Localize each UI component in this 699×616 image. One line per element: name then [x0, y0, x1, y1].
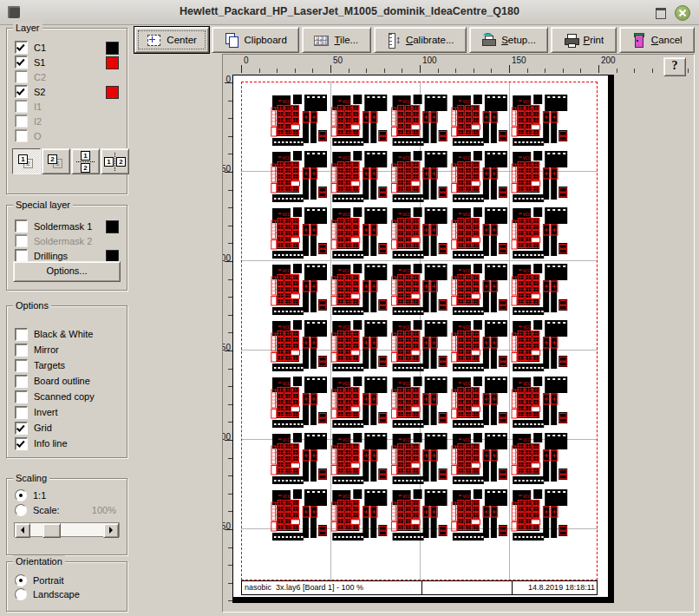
checkbox-drillings[interactable] [15, 249, 28, 262]
checkbox-targets[interactable] [15, 359, 28, 372]
board-tile [512, 207, 567, 259]
scale-slider[interactable] [14, 522, 120, 537]
checkbox-mirror[interactable] [15, 344, 28, 357]
radio-portrait[interactable] [15, 574, 27, 587]
layer-mode-split-horizontal[interactable]: 1 2 [101, 148, 129, 174]
center-button[interactable]: Center [134, 27, 209, 53]
layer-mode-1-over-2[interactable]: 1 2 [12, 148, 41, 174]
checkbox-c2 [15, 70, 28, 83]
tile-button[interactable]: 123456 Tile... [302, 27, 370, 53]
ruler-major-tick [598, 65, 599, 73]
slider-right-arrow[interactable] [103, 523, 119, 538]
board-tile [271, 207, 327, 259]
scale-1to1-option[interactable]: 1:1 [7, 488, 127, 502]
color-swatch-soldermask-1[interactable] [106, 220, 119, 233]
checkbox-row-scanned-copy[interactable]: Scanned copy [7, 389, 127, 404]
radio-landscape[interactable] [15, 588, 27, 600]
board-tile [331, 320, 387, 371]
info-line-spacer [421, 581, 513, 594]
checkbox-board-outline[interactable] [15, 375, 28, 388]
checkbox-row-board-outline[interactable]: Board outline [7, 373, 127, 389]
checkbox-label: S2 [34, 87, 45, 97]
preview-panel: ? 050100150200 050100150200250 [222, 54, 695, 613]
board-tile [331, 377, 387, 428]
checkbox-s1[interactable] [15, 56, 28, 69]
checkbox-invert[interactable] [15, 406, 28, 419]
board-tile [512, 320, 567, 371]
help-button[interactable]: ? [663, 57, 686, 76]
checkbox-soldermask-1[interactable] [15, 220, 28, 233]
board-tile [391, 264, 447, 315]
color-swatch-c1[interactable] [106, 42, 119, 55]
layer-mode-split-vertical[interactable]: 1 2 [71, 148, 100, 174]
checkbox-info-line[interactable] [15, 437, 28, 450]
board-tile [452, 151, 507, 202]
board-tile [512, 377, 567, 428]
checkbox-label: Drillings [34, 251, 68, 261]
checkbox-row-black-white[interactable]: Black & White [7, 326, 127, 342]
board-tile [331, 151, 387, 202]
checkbox-row-soldermask-1[interactable]: Soldermask 1 [7, 219, 127, 233]
checkbox-grid[interactable] [15, 422, 28, 435]
checkbox-row-grid[interactable]: Grid [7, 420, 127, 436]
tile-icon-digit: 6 [323, 41, 328, 45]
board-tile [452, 489, 507, 541]
checkbox-row-info-line[interactable]: Info line [7, 436, 127, 451]
checkbox-row-invert[interactable]: Invert [7, 404, 127, 420]
checkbox-black-white[interactable] [15, 328, 28, 341]
ruler-v-label: 50 [223, 164, 231, 174]
board-tile [391, 95, 447, 146]
options-list: Black & WhiteMirrorTargetsBoard outlineS… [7, 326, 127, 451]
color-swatch-s2[interactable] [106, 86, 119, 99]
board-tile [271, 95, 327, 146]
restore-icon[interactable] [656, 8, 666, 19]
info-line: nasobic 3x.lay6 [Board 1] - 100 % 14.8.2… [241, 580, 598, 595]
center-icon [147, 33, 161, 47]
checkbox-label: Soldermask 1 [34, 221, 92, 232]
board-tile [452, 264, 507, 315]
checkbox-label: Black & White [34, 329, 93, 339]
board-tile [331, 207, 387, 259]
cancel-button[interactable]: Cancel [619, 27, 696, 53]
radio-scale[interactable] [15, 504, 27, 516]
board-tile [512, 489, 567, 541]
checkbox-s2[interactable] [15, 85, 28, 98]
board-tile [512, 264, 567, 315]
print-button[interactable]: Print [551, 27, 616, 53]
checkbox-row-c1[interactable]: C1 [7, 40, 127, 55]
orientation-landscape-option[interactable]: Landscape [7, 587, 127, 600]
radio-1to1[interactable] [15, 489, 27, 501]
checkbox-scanned-copy[interactable] [15, 390, 28, 403]
soldermask-options-button[interactable]: Options... [13, 261, 121, 282]
board-tile [331, 95, 387, 146]
slider-thumb[interactable] [42, 523, 61, 538]
slider-left-arrow[interactable] [15, 523, 30, 538]
checkbox-row-i1: I1 [7, 99, 127, 114]
checkbox-label: O [34, 131, 42, 141]
scale-custom-option[interactable]: Scale: 100% [7, 502, 127, 517]
calibrate-button[interactable]: ↕ Calibrate... [374, 27, 467, 53]
color-swatch-s1[interactable] [106, 56, 119, 69]
checkbox-label: Info line [34, 438, 68, 449]
clipboard-button[interactable]: Clipboard [212, 27, 299, 53]
print-preview-window: Hewlett_Packard_HP_LaserJet_M1005_domini… [0, 0, 699, 616]
orientation-portrait-option[interactable]: Portrait [7, 573, 127, 587]
checkbox-row-mirror[interactable]: Mirror [7, 342, 127, 357]
scale-value: 100% [92, 505, 116, 515]
options-group: Options Black & WhiteMirrorTargetsBoard … [6, 305, 127, 458]
info-line-file: nasobic 3x.lay6 [Board 1] - 100 % [242, 581, 421, 594]
printer-icon [564, 33, 578, 47]
exit-door-icon [631, 33, 646, 47]
checkbox-row-s1[interactable]: S1 [7, 55, 127, 69]
layer-mode-2-over-1[interactable]: 2 1 [42, 148, 70, 174]
layer-list: C1S1C2S2I1I2O [7, 40, 127, 143]
checkbox-row-targets[interactable]: Targets [7, 357, 127, 373]
checkbox-row-s2[interactable]: S2 [7, 84, 127, 99]
setup-button[interactable]: Setup... [469, 27, 548, 53]
toolbar: Center Clipboard 123456 Tile... ↕ Calibr… [134, 27, 695, 51]
ruler-h-label: 150 [512, 56, 526, 65]
checkbox-c1[interactable] [15, 41, 28, 54]
ruler-major-tick [420, 65, 421, 73]
close-button[interactable] [675, 5, 690, 21]
slider-track[interactable] [30, 523, 103, 536]
